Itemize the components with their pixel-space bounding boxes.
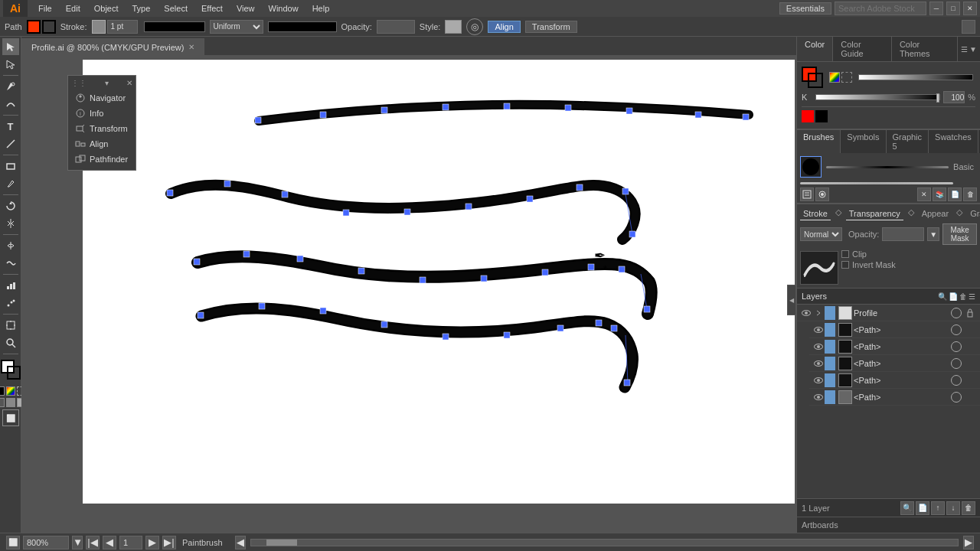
opacity-arrow[interactable]: ▼ [927, 227, 939, 241]
curvature-tool[interactable] [2, 96, 19, 112]
layers-new-layer-btn[interactable]: 📄 [916, 501, 929, 515]
no-color-icon[interactable] [841, 72, 852, 83]
layer-lock-profile[interactable] [963, 306, 977, 320]
tab-close-icon[interactable]: ✕ [188, 43, 194, 51]
line-tool[interactable] [2, 135, 19, 152]
minimize-button[interactable]: ─ [929, 2, 943, 15]
menu-view[interactable]: View [230, 2, 261, 15]
brush-delete-btn[interactable]: 🗑 [963, 187, 977, 201]
layer-visibility-profile[interactable] [800, 307, 812, 319]
column-graph-tool[interactable] [2, 277, 19, 294]
artboard-tool[interactable] [2, 317, 19, 334]
layers-options-icon[interactable]: ☰ [969, 292, 975, 301]
type-tool[interactable]: T [2, 118, 19, 135]
pencil-tool[interactable] [2, 175, 19, 192]
brush-options-btn[interactable] [800, 187, 814, 201]
menu-effect[interactable]: Effect [195, 2, 229, 15]
menu-window[interactable]: Window [263, 2, 305, 15]
selection-tool[interactable] [2, 38, 19, 55]
align-panel-button[interactable]: Align [488, 21, 520, 33]
horizontal-scrollbar[interactable] [250, 539, 959, 546]
transparency-tab[interactable]: Transparency [846, 207, 903, 220]
document-tab[interactable]: Profile.ai @ 800% (CMYK/GPU Preview) ✕ [21, 38, 204, 55]
tab-symbols[interactable]: Symbols [841, 130, 886, 153]
layers-move-up-btn[interactable]: ↑ [931, 501, 945, 515]
style-swatch[interactable] [445, 20, 462, 34]
close-button[interactable]: ✕ [963, 2, 977, 15]
invert-mask-checkbox[interactable] [841, 261, 849, 269]
layers-search-btn[interactable]: 🔍 [900, 501, 914, 515]
layer-expand-profile[interactable] [812, 307, 825, 319]
layer-visibility-path2[interactable] [812, 341, 825, 353]
panel-options-btn[interactable] [962, 20, 975, 34]
layer-target-path1[interactable] [951, 324, 962, 335]
clip-checkbox[interactable] [841, 250, 849, 258]
menu-object[interactable]: Object [88, 2, 125, 15]
panel-item-info[interactable]: i Info [71, 106, 132, 121]
zoom-input[interactable]: 800% [23, 536, 69, 549]
appear-tab[interactable]: Appear [919, 207, 952, 220]
rect-tool[interactable] [2, 158, 19, 174]
search-input[interactable] [835, 2, 926, 15]
swatch-red[interactable] [802, 110, 814, 122]
scatter-tool[interactable] [2, 295, 19, 311]
screen-mode-1[interactable] [0, 398, 5, 407]
layer-visibility-path5[interactable] [812, 391, 825, 403]
k-slider[interactable] [815, 94, 940, 100]
brush-item-0[interactable] [800, 156, 822, 178]
artboard-icon-btn[interactable]: ⬜ [6, 536, 20, 549]
layer-lock-path5[interactable] [963, 390, 977, 404]
transform-panel-button[interactable]: Transform [525, 21, 577, 33]
opacity-input[interactable]: 100% [377, 20, 415, 34]
fill-color-swatch[interactable] [27, 20, 41, 34]
nav-prev-btn[interactable]: ◀ [103, 536, 116, 549]
nav-last-btn[interactable]: ▶| [162, 536, 176, 549]
stroke-indicator[interactable] [808, 73, 823, 88]
layers-new-icon[interactable]: 📄 [949, 292, 958, 301]
layer-visibility-path3[interactable] [812, 357, 825, 370]
tab-graphic[interactable]: Graphic 5 [887, 130, 929, 153]
panel-item-transform[interactable]: Transform [71, 121, 132, 136]
scroll-right-btn[interactable]: ▶ [963, 536, 974, 549]
panel-collapse-button[interactable]: ◀ [787, 285, 796, 315]
brush-close-btn[interactable]: ✕ [917, 187, 931, 201]
layers-delete-layer-btn[interactable]: 🗑 [962, 501, 975, 515]
stroke-width-input[interactable] [107, 20, 138, 34]
pen-tool[interactable] [2, 78, 19, 95]
zoom-dropdown-btn[interactable]: ▼ [72, 536, 83, 549]
align-button[interactable]: ◎ [466, 18, 483, 35]
nav-next-btn[interactable]: ▶ [145, 536, 159, 549]
panel-item-align[interactable]: Align [71, 136, 132, 152]
stroke-color-box[interactable] [7, 366, 21, 380]
layers-delete-icon[interactable]: 🗑 [959, 292, 967, 301]
tab-swatches[interactable]: Swatches [929, 130, 978, 153]
layer-target-path2[interactable] [951, 341, 962, 352]
brush-lib-btn[interactable]: 📚 [933, 187, 946, 201]
k-value-input[interactable]: 100 [943, 91, 965, 103]
menu-type[interactable]: Type [126, 2, 157, 15]
reflect-tool[interactable] [2, 215, 19, 232]
stroke-color-swatch[interactable] [42, 20, 56, 34]
tab-color[interactable]: Color [797, 37, 833, 61]
rotate-tool[interactable] [2, 197, 19, 214]
color-panel-options[interactable]: ☰ [961, 45, 968, 54]
color-gradient-icon[interactable] [829, 72, 840, 83]
brush-view-btn[interactable] [815, 187, 829, 201]
layer-lock-path2[interactable] [963, 340, 977, 354]
panel-item-pathfinder[interactable]: Pathfinder [71, 152, 132, 167]
swatch-black[interactable] [815, 110, 828, 122]
menu-file[interactable]: File [32, 2, 58, 15]
essentials-button[interactable]: Essentials [779, 2, 831, 15]
make-mask-button[interactable]: Make Mask [942, 223, 977, 245]
layer-target-profile[interactable] [951, 308, 962, 318]
color-panel-expand[interactable]: ▼ [969, 45, 977, 54]
layer-target-path3[interactable] [951, 358, 962, 369]
layer-lock-path1[interactable] [963, 323, 977, 337]
gradient-color-button[interactable] [6, 386, 15, 396]
scroll-left-btn[interactable]: ◀ [235, 536, 246, 549]
width-tool[interactable] [2, 237, 19, 254]
panel-item-navigator[interactable]: Navigator [71, 90, 132, 106]
menu-select[interactable]: Select [158, 2, 194, 15]
menu-help[interactable]: Help [306, 2, 336, 15]
nav-first-btn[interactable]: |◀ [86, 536, 100, 549]
